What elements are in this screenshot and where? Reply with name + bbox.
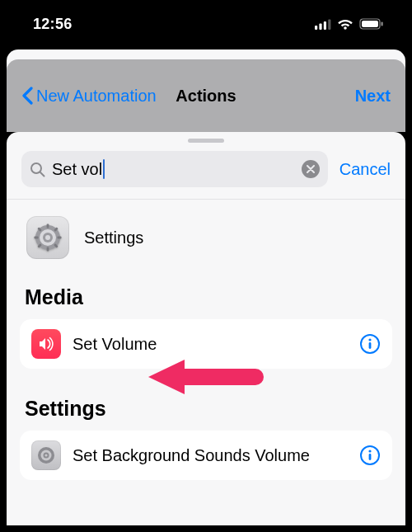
battery-icon bbox=[359, 18, 384, 30]
wifi-icon bbox=[337, 18, 353, 30]
sheet-grabber[interactable] bbox=[188, 139, 224, 143]
info-icon bbox=[359, 445, 381, 466]
back-label: New Automation bbox=[36, 87, 157, 106]
chevron-left-icon bbox=[21, 87, 33, 105]
app-section-settings[interactable]: Settings bbox=[7, 200, 405, 279]
cellular-icon bbox=[315, 19, 331, 30]
back-button[interactable]: New Automation bbox=[21, 87, 157, 106]
search-sheet: Set vol Cancel Settings Media Set Volume bbox=[7, 132, 405, 525]
svg-point-28 bbox=[44, 454, 47, 456]
svg-rect-3 bbox=[328, 19, 330, 30]
svg-rect-13 bbox=[35, 237, 39, 239]
next-button[interactable]: Next bbox=[355, 87, 391, 106]
search-value: Set vol bbox=[52, 159, 105, 179]
search-input[interactable]: Set vol bbox=[21, 151, 328, 187]
info-button[interactable] bbox=[359, 445, 381, 466]
section-title-media: Media bbox=[7, 279, 405, 319]
svg-rect-0 bbox=[315, 26, 317, 30]
svg-point-4 bbox=[344, 26, 347, 30]
x-icon bbox=[307, 165, 315, 173]
svg-point-30 bbox=[368, 450, 371, 452]
status-icons bbox=[315, 18, 384, 30]
clear-button[interactable] bbox=[302, 160, 320, 178]
text-caret bbox=[103, 159, 105, 179]
action-set-background-sounds-volume[interactable]: Set Background Sounds Volume bbox=[20, 431, 392, 480]
status-time: 12:56 bbox=[33, 16, 73, 33]
svg-point-23 bbox=[368, 338, 371, 341]
section-title-settings: Settings bbox=[7, 390, 405, 431]
svg-rect-11 bbox=[47, 224, 49, 228]
nav-bar: New Automation Actions Next bbox=[7, 59, 405, 132]
svg-rect-24 bbox=[369, 342, 372, 349]
action-label: Set Volume bbox=[73, 335, 157, 354]
settings-small-icon bbox=[31, 440, 61, 470]
app-label: Settings bbox=[84, 228, 143, 247]
svg-rect-7 bbox=[382, 22, 383, 26]
svg-rect-31 bbox=[369, 454, 372, 460]
svg-point-21 bbox=[45, 235, 50, 240]
info-button[interactable] bbox=[359, 333, 381, 355]
speaker-icon bbox=[31, 329, 61, 359]
svg-rect-6 bbox=[362, 21, 378, 27]
settings-app-icon bbox=[26, 216, 69, 259]
svg-rect-14 bbox=[58, 237, 62, 239]
svg-point-8 bbox=[31, 163, 41, 173]
action-set-volume[interactable]: Set Volume bbox=[20, 319, 392, 369]
cancel-button[interactable]: Cancel bbox=[339, 160, 391, 179]
svg-line-9 bbox=[40, 172, 44, 177]
info-icon bbox=[359, 333, 381, 355]
svg-rect-12 bbox=[47, 247, 49, 252]
svg-rect-2 bbox=[324, 21, 326, 30]
action-label: Set Background Sounds Volume bbox=[73, 446, 310, 465]
status-bar: 12:56 bbox=[3, 3, 409, 45]
svg-rect-1 bbox=[319, 23, 321, 30]
search-icon bbox=[30, 162, 45, 177]
